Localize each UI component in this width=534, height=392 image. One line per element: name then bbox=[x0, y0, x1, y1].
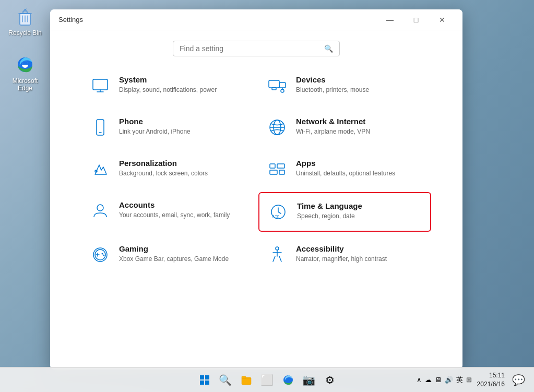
taskbar-clock[interactable]: 15:11 2021/6/16 bbox=[477, 371, 505, 389]
cloud-icon[interactable]: ☁ bbox=[424, 375, 433, 385]
time-language-title: Time & Language bbox=[297, 201, 362, 210]
search-container: 🔍 bbox=[50, 30, 462, 62]
close-button[interactable]: ✕ bbox=[430, 11, 454, 28]
taskbar-store-button[interactable]: 📷 bbox=[300, 371, 318, 389]
phone-icon bbox=[90, 117, 111, 138]
taskbar: 🔍 ⬜ 📷 ⚙ ∧ ☁ 🖥 🔊 bbox=[0, 367, 534, 392]
clock-time: 15:11 bbox=[477, 371, 505, 380]
settings-window: Settings — □ ✕ 🔍 System Display, sound, … bbox=[50, 9, 462, 370]
taskbar-right: ∧ ☁ 🖥 🔊 英 ⊞ 15:11 2021/6/16 💬 bbox=[416, 371, 528, 389]
window-controls: — □ ✕ bbox=[378, 11, 454, 28]
accessibility-title: Accessibility bbox=[296, 244, 387, 253]
recycle-bin-label: Recycle Bin bbox=[8, 29, 41, 37]
svg-point-22 bbox=[93, 248, 107, 262]
notification-button[interactable]: 💬 bbox=[509, 371, 528, 389]
personalization-desc: Background, lock screen, colors bbox=[119, 169, 208, 178]
devices-title: Devices bbox=[296, 75, 369, 84]
display-icon[interactable]: 🖥 bbox=[434, 375, 443, 385]
settings-item-phone[interactable]: Phone Link your Android, iPhone bbox=[81, 109, 254, 146]
svg-rect-32 bbox=[242, 376, 246, 378]
svg-point-6 bbox=[281, 89, 284, 92]
svg-rect-17 bbox=[270, 170, 277, 174]
svg-rect-27 bbox=[200, 375, 204, 379]
gaming-icon bbox=[90, 244, 111, 265]
network-desc: Wi-Fi, airplane mode, VPN bbox=[296, 127, 370, 136]
language-icon[interactable]: 英 bbox=[455, 374, 464, 386]
phone-title: Phone bbox=[119, 117, 191, 126]
system-icon bbox=[90, 75, 111, 96]
accounts-desc: Your accounts, email, sync, work, family bbox=[119, 211, 230, 220]
accessibility-desc: Narrator, magnifier, high contrast bbox=[296, 255, 387, 264]
svg-point-26 bbox=[276, 247, 279, 250]
title-bar: Settings — □ ✕ bbox=[50, 9, 462, 30]
edge-label: Microsoft Edge bbox=[6, 77, 44, 92]
taskbar-edge-button[interactable] bbox=[279, 371, 298, 389]
chevron-icon[interactable]: ∧ bbox=[416, 375, 423, 385]
svg-point-19 bbox=[97, 205, 103, 211]
time-language-desc: Speech, region, date bbox=[297, 212, 362, 221]
edge-image bbox=[15, 54, 35, 75]
system-title: System bbox=[119, 75, 217, 84]
settings-item-system[interactable]: System Display, sound, notifications, po… bbox=[81, 67, 254, 104]
accessibility-icon bbox=[267, 244, 288, 265]
microsoft-edge-icon[interactable]: Microsoft Edge bbox=[4, 52, 46, 94]
taskbar-settings-button[interactable]: ⚙ bbox=[321, 371, 339, 389]
minimize-button[interactable]: — bbox=[378, 11, 402, 28]
svg-rect-5 bbox=[279, 82, 286, 88]
window-title: Settings bbox=[58, 16, 83, 23]
maximize-button[interactable]: □ bbox=[404, 11, 428, 28]
svg-rect-30 bbox=[205, 381, 209, 385]
apps-icon bbox=[267, 159, 288, 180]
devices-icon bbox=[267, 75, 288, 96]
personalization-icon bbox=[90, 159, 111, 180]
system-tray: ∧ ☁ 🖥 🔊 英 ⊞ bbox=[416, 374, 473, 386]
settings-item-personalization[interactable]: Personalization Background, lock screen,… bbox=[81, 150, 254, 188]
volume-icon[interactable]: 🔊 bbox=[444, 375, 454, 385]
settings-item-devices[interactable]: Devices Bluetooth, printers, mouse bbox=[258, 67, 431, 104]
keyboard-icon[interactable]: ⊞ bbox=[465, 375, 473, 385]
search-icon: 🔍 bbox=[324, 44, 333, 53]
svg-rect-3 bbox=[93, 79, 108, 90]
settings-item-gaming[interactable]: Gaming Xbox Game Bar, captures, Game Mod… bbox=[81, 236, 254, 274]
taskbar-search-button[interactable]: 🔍 bbox=[216, 371, 235, 389]
settings-grid: System Display, sound, notifications, po… bbox=[81, 67, 431, 274]
svg-rect-16 bbox=[277, 164, 284, 168]
svg-point-24 bbox=[102, 253, 103, 255]
svg-rect-4 bbox=[269, 80, 279, 88]
taskbar-center: 🔍 ⬜ 📷 ⚙ bbox=[195, 371, 339, 389]
apps-desc: Uninstall, defaults, optional features bbox=[296, 169, 395, 178]
svg-rect-29 bbox=[200, 381, 204, 385]
svg-point-25 bbox=[103, 255, 105, 256]
accounts-title: Accounts bbox=[119, 200, 230, 209]
apps-title: Apps bbox=[296, 159, 395, 168]
svg-rect-18 bbox=[279, 170, 284, 174]
start-button[interactable] bbox=[195, 371, 214, 389]
svg-rect-8 bbox=[272, 88, 276, 90]
settings-item-time-language[interactable]: A字 Time & Language Speech, region, date bbox=[258, 192, 431, 232]
taskbar-fileexplorer-button[interactable] bbox=[237, 371, 256, 389]
settings-content: System Display, sound, notifications, po… bbox=[50, 62, 462, 370]
recycle-bin-icon[interactable]: Recycle Bin bbox=[4, 4, 46, 39]
svg-text:A字: A字 bbox=[272, 215, 279, 219]
settings-item-accessibility[interactable]: Accessibility Narrator, magnifier, high … bbox=[258, 236, 431, 274]
time-language-icon: A字 bbox=[268, 201, 289, 222]
recycle-bin-image bbox=[15, 6, 35, 27]
search-box[interactable]: 🔍 bbox=[173, 41, 340, 56]
phone-desc: Link your Android, iPhone bbox=[119, 127, 191, 136]
devices-desc: Bluetooth, printers, mouse bbox=[296, 86, 369, 94]
clock-date: 2021/6/16 bbox=[477, 380, 505, 389]
gaming-desc: Xbox Game Bar, captures, Game Mode bbox=[119, 255, 229, 264]
settings-item-accounts[interactable]: Accounts Your accounts, email, sync, wor… bbox=[81, 192, 254, 232]
settings-item-network[interactable]: Network & Internet Wi-Fi, airplane mode,… bbox=[258, 109, 431, 146]
personalization-title: Personalization bbox=[119, 159, 208, 168]
svg-rect-28 bbox=[205, 375, 209, 379]
search-input[interactable] bbox=[180, 44, 320, 53]
gaming-title: Gaming bbox=[119, 244, 229, 253]
network-title: Network & Internet bbox=[296, 117, 370, 126]
network-icon bbox=[267, 117, 288, 138]
system-desc: Display, sound, notifications, power bbox=[119, 86, 217, 94]
svg-rect-15 bbox=[270, 164, 275, 168]
accounts-icon bbox=[90, 200, 111, 221]
settings-item-apps[interactable]: Apps Uninstall, defaults, optional featu… bbox=[258, 150, 431, 188]
taskbar-taskview-button[interactable]: ⬜ bbox=[258, 371, 277, 389]
